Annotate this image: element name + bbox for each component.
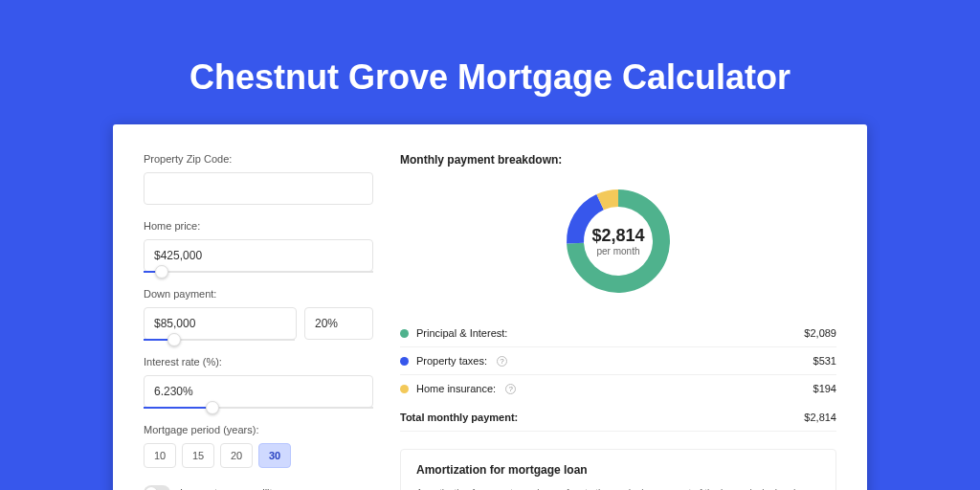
period-field-group: Mortgage period (years): 10152030 <box>144 424 373 468</box>
breakdown-row: Property taxes:?$531 <box>400 347 836 375</box>
total-label: Total monthly payment: <box>400 412 518 423</box>
price-label: Home price: <box>144 220 373 232</box>
rate-label: Interest rate (%): <box>144 356 373 368</box>
breakdown-label: Principal & Interest: <box>416 327 507 339</box>
legend-dot <box>400 357 409 366</box>
breakdown-title: Monthly payment breakdown: <box>400 153 836 167</box>
donut-total: $2,814 <box>591 226 644 246</box>
rate-slider[interactable] <box>144 407 373 409</box>
total-value: $2,814 <box>804 412 836 423</box>
input-panel: Property Zip Code: Home price: Down paym… <box>144 153 373 490</box>
breakdown-panel: Monthly payment breakdown: $2,814 per mo… <box>400 153 836 490</box>
period-button-15[interactable]: 15 <box>182 443 214 468</box>
veteran-toggle-row: I am veteran or military <box>144 485 373 490</box>
down-label: Down payment: <box>144 288 373 300</box>
down-field-group: Down payment: <box>144 288 373 341</box>
calculator-card: Property Zip Code: Home price: Down paym… <box>113 124 867 490</box>
period-label: Mortgage period (years): <box>144 424 373 435</box>
down-slider[interactable] <box>144 339 295 341</box>
legend-dot <box>400 385 409 393</box>
zip-field-group: Property Zip Code: <box>144 153 373 205</box>
legend-dot <box>400 329 409 338</box>
rate-slider-thumb[interactable] <box>206 401 219 414</box>
veteran-toggle[interactable] <box>144 485 170 490</box>
breakdown-value: $194 <box>813 383 836 394</box>
down-amount-input[interactable] <box>144 307 297 340</box>
info-icon[interactable]: ? <box>497 356 507 367</box>
donut-sub: per month <box>591 246 644 256</box>
zip-label: Property Zip Code: <box>144 153 373 165</box>
breakdown-row: Home insurance:?$194 <box>400 375 836 402</box>
rate-input[interactable] <box>144 375 373 408</box>
price-slider-thumb[interactable] <box>155 265 168 278</box>
price-field-group: Home price: <box>144 220 373 273</box>
breakdown-label: Home insurance: <box>416 383 496 394</box>
amortization-box: Amortization for mortgage loan Amortizat… <box>400 449 836 490</box>
price-slider[interactable] <box>144 271 373 273</box>
period-button-30[interactable]: 30 <box>258 443 291 468</box>
period-button-10[interactable]: 10 <box>144 443 176 468</box>
donut-chart-wrap: $2,814 per month <box>400 182 836 301</box>
amort-title: Amortization for mortgage loan <box>416 463 820 477</box>
price-input[interactable] <box>144 239 373 272</box>
period-button-20[interactable]: 20 <box>220 443 253 468</box>
info-icon[interactable]: ? <box>505 384 516 394</box>
zip-input[interactable] <box>144 172 373 205</box>
amort-body: Amortization for a mortgage loan refers … <box>416 486 820 490</box>
breakdown-value: $531 <box>813 355 836 367</box>
down-slider-thumb[interactable] <box>167 333 181 346</box>
breakdown-value: $2,089 <box>804 327 836 339</box>
donut-chart: $2,814 per month <box>559 182 678 301</box>
total-row: Total monthly payment: $2,814 <box>400 402 836 432</box>
page-title: Chestnut Grove Mortgage Calculator <box>0 0 980 124</box>
down-percent-input[interactable] <box>304 307 373 340</box>
breakdown-row: Principal & Interest:$2,089 <box>400 320 836 347</box>
breakdown-label: Property taxes: <box>416 355 487 367</box>
rate-field-group: Interest rate (%): <box>144 356 373 409</box>
